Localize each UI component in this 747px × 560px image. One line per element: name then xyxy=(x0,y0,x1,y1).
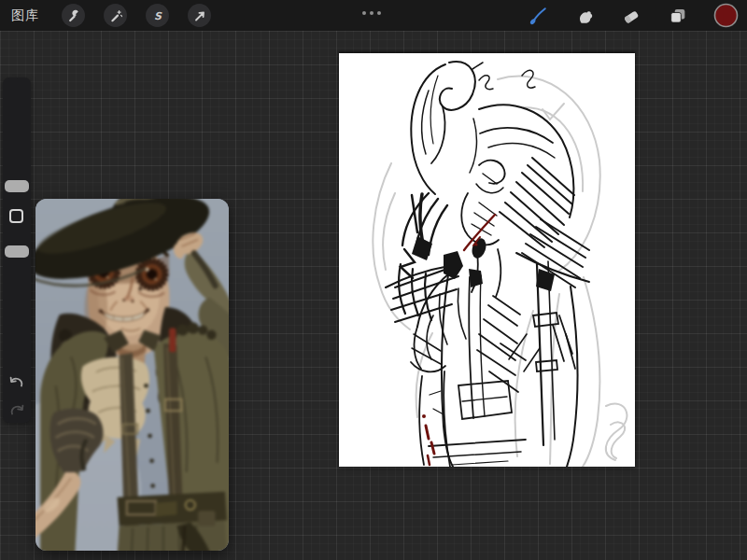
redo-arrow-icon xyxy=(8,402,25,419)
reference-image xyxy=(35,199,229,551)
modify-button[interactable] xyxy=(9,209,23,223)
opacity-handle[interactable] xyxy=(5,245,29,258)
brush-icon xyxy=(529,7,547,25)
gallery-button[interactable]: 图库 xyxy=(11,7,39,24)
opacity-slider[interactable] xyxy=(3,236,31,367)
drawing-canvas[interactable] xyxy=(339,53,635,467)
brush-size-slider[interactable] xyxy=(3,77,31,208)
color-swatch xyxy=(713,3,739,28)
smudge-tool-button[interactable] xyxy=(573,5,596,27)
color-swatch-button[interactable] xyxy=(713,3,739,28)
actions-button[interactable] xyxy=(62,4,85,27)
paint-tool-button[interactable] xyxy=(527,5,549,27)
magic-wand-icon xyxy=(109,9,122,22)
layers-button[interactable] xyxy=(667,5,689,27)
adjustments-button[interactable] xyxy=(104,4,127,27)
topbar: 图库 S xyxy=(0,0,747,31)
reference-panel[interactable] xyxy=(35,199,229,551)
ellipsis-dot xyxy=(362,11,366,15)
selection-button[interactable]: S xyxy=(146,4,169,27)
sidebar xyxy=(3,77,31,423)
svg-text:S: S xyxy=(154,10,162,22)
undo-arrow-icon xyxy=(8,374,25,391)
undo-button[interactable] xyxy=(8,374,25,391)
wrench-icon xyxy=(67,9,80,22)
redo-button[interactable] xyxy=(8,402,25,419)
layers-icon xyxy=(669,7,687,25)
smudge-icon xyxy=(575,7,594,25)
arrow-icon xyxy=(193,9,206,22)
s-curve-icon: S xyxy=(151,9,164,22)
transform-button[interactable] xyxy=(188,4,211,27)
procreate-workspace: 图库 S xyxy=(0,0,747,560)
canvas-options-button[interactable] xyxy=(362,11,381,15)
sketch-drawing xyxy=(339,53,635,467)
eraser-tool-button[interactable] xyxy=(620,5,642,27)
eraser-icon xyxy=(622,7,641,25)
brush-size-handle[interactable] xyxy=(5,180,29,192)
topbar-right-group xyxy=(514,0,747,31)
ellipsis-dot xyxy=(377,11,381,15)
topbar-left-group: 图库 S xyxy=(0,4,220,27)
ellipsis-dot xyxy=(370,11,374,15)
